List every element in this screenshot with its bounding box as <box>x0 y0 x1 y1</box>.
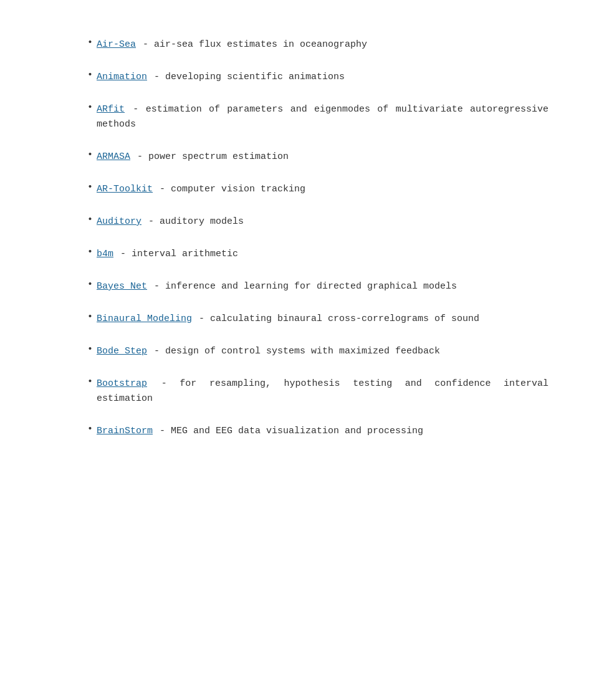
content-b4m: b4m - interval arithmetic <box>97 247 238 262</box>
bullet-auditory: • <box>87 214 93 225</box>
bullet-b4m: • <box>87 247 93 257</box>
desc-ar-toolkit: - computer vision tracking <box>154 184 305 194</box>
list-item-brainstorm: • BrainStorm - MEG and EEG data visualiz… <box>37 424 552 439</box>
desc-bayes-net: - inference and learning for directed gr… <box>148 281 457 292</box>
link-bootstrap[interactable]: Bootstrap <box>97 378 147 389</box>
bullet-bootstrap: • <box>87 376 93 387</box>
link-armasa[interactable]: ARMASA <box>97 151 130 162</box>
list-item-bayes-net: • Bayes Net - inference and learning for… <box>37 279 552 294</box>
link-arfit[interactable]: ARfit <box>97 104 125 115</box>
list-item-binaural-modeling: • Binaural Modeling - calculating binaur… <box>37 312 552 327</box>
list-container: • Air-Sea - air-sea flux estimates in oc… <box>37 25 552 439</box>
bullet-ar-toolkit: • <box>87 182 93 193</box>
bullet-air-sea: • <box>87 37 93 48</box>
page-container: • Air-Sea - air-sea flux estimates in oc… <box>0 0 589 700</box>
content-binaural-modeling: Binaural Modeling - calculating binaural… <box>97 312 479 327</box>
content-brainstorm: BrainStorm - MEG and EEG data visualizat… <box>97 424 423 439</box>
content-arfit: ARfit - estimation of parameters and eig… <box>97 102 548 132</box>
list-item-armasa: • ARMASA - power spectrum estimation <box>37 150 552 165</box>
link-ar-toolkit[interactable]: AR-Toolkit <box>97 184 153 194</box>
content-ar-toolkit: AR-Toolkit - computer vision tracking <box>97 182 305 197</box>
link-animation[interactable]: Animation <box>97 72 147 82</box>
list-item-bode-step: • Bode Step - design of control systems … <box>37 344 552 359</box>
link-brainstorm[interactable]: BrainStorm <box>97 426 153 436</box>
desc-brainstorm: - MEG and EEG data visualization and pro… <box>154 426 423 436</box>
bullet-arfit: • <box>87 102 93 113</box>
link-air-sea[interactable]: Air-Sea <box>97 39 136 50</box>
list-item-b4m: • b4m - interval arithmetic <box>37 247 552 262</box>
link-bode-step[interactable]: Bode Step <box>97 346 147 357</box>
list-item-arfit: • ARfit - estimation of parameters and e… <box>37 102 552 132</box>
desc-armasa: - power spectrum estimation <box>132 151 289 162</box>
desc-auditory: - auditory models <box>143 216 244 227</box>
list-item-animation: • Animation - developing scientific anim… <box>37 70 552 85</box>
desc-air-sea: - air-sea flux estimates in oceanography <box>137 39 367 50</box>
desc-arfit: - estimation of parameters and eigenmode… <box>97 104 548 130</box>
desc-bode-step: - design of control systems with maximiz… <box>148 346 440 357</box>
bullet-bode-step: • <box>87 344 93 355</box>
link-bayes-net[interactable]: Bayes Net <box>97 281 147 292</box>
content-bayes-net: Bayes Net - inference and learning for d… <box>97 279 457 294</box>
list-item-air-sea: • Air-Sea - air-sea flux estimates in oc… <box>37 37 552 52</box>
content-auditory: Auditory - auditory models <box>97 214 244 229</box>
content-bootstrap: Bootstrap - for resampling, hypothesis t… <box>97 376 548 406</box>
link-b4m[interactable]: b4m <box>97 249 113 259</box>
desc-binaural-modeling: - calculating binaural cross-correlogram… <box>193 314 479 324</box>
content-animation: Animation - developing scientific animat… <box>97 70 345 85</box>
list-item-ar-toolkit: • AR-Toolkit - computer vision tracking <box>37 182 552 197</box>
desc-bootstrap: - for resampling, hypothesis testing and… <box>97 378 548 404</box>
link-auditory[interactable]: Auditory <box>97 216 141 227</box>
bullet-bayes-net: • <box>87 279 93 290</box>
bullet-binaural-modeling: • <box>87 312 93 322</box>
content-air-sea: Air-Sea - air-sea flux estimates in ocea… <box>97 37 367 52</box>
bullet-brainstorm: • <box>87 424 93 434</box>
bullet-animation: • <box>87 70 93 80</box>
list-item-bootstrap: • Bootstrap - for resampling, hypothesis… <box>37 376 552 406</box>
bullet-armasa: • <box>87 150 93 160</box>
content-bode-step: Bode Step - design of control systems wi… <box>97 344 440 359</box>
link-binaural-modeling[interactable]: Binaural Modeling <box>97 314 192 324</box>
content-armasa: ARMASA - power spectrum estimation <box>97 150 289 165</box>
list-item-auditory: • Auditory - auditory models <box>37 214 552 229</box>
desc-b4m: - interval arithmetic <box>115 249 238 259</box>
desc-animation: - developing scientific animations <box>148 72 345 82</box>
